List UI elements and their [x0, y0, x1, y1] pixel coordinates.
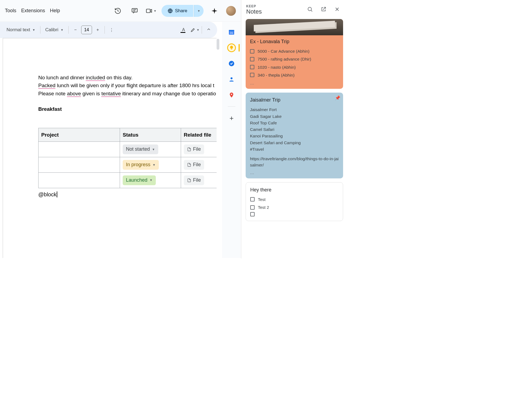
note-checklist-item[interactable]: 7500 - rafting advance (Dhir): [250, 56, 339, 62]
side-rail: 31 +: [222, 22, 241, 258]
comments-icon[interactable]: [129, 5, 141, 17]
table-row[interactable]: Launched ▼ File: [39, 172, 217, 188]
checkbox-icon[interactable]: [250, 49, 254, 53]
at-mention-text[interactable]: @block: [38, 190, 217, 199]
scrollbar-thumb[interactable]: [217, 39, 219, 50]
app-topbar: Tools Extensions Help ▼ Share ▼: [0, 0, 241, 22]
svg-line-13: [311, 10, 312, 11]
keep-header: KEEP Notes: [241, 0, 347, 17]
note-image-preview: [246, 19, 343, 35]
chevron-down-icon: ▼: [32, 28, 35, 31]
highlight-icon[interactable]: ▼: [190, 27, 199, 33]
account-avatar[interactable]: [225, 5, 237, 17]
checkbox-icon[interactable]: [250, 57, 254, 61]
separator: [104, 26, 105, 34]
share-dropdown[interactable]: ▼: [194, 5, 204, 17]
file-chip[interactable]: File: [184, 144, 204, 154]
font-family-label: Calibri: [45, 27, 58, 33]
table-row[interactable]: In progress ▼ File: [39, 157, 217, 173]
paragraph-style-label: Normal text: [7, 27, 30, 33]
calendar-app-icon[interactable]: 31: [227, 28, 236, 36]
th-project: Project: [39, 128, 120, 141]
meet-icon[interactable]: ▼: [145, 5, 157, 17]
more-format-icon[interactable]: ⋮: [107, 27, 116, 33]
text-color-icon[interactable]: A: [179, 27, 188, 32]
gemini-icon[interactable]: [208, 5, 220, 17]
checkbox-icon[interactable]: [250, 205, 255, 210]
keep-title: Notes: [246, 8, 302, 15]
separator: [40, 26, 40, 34]
heading-breakfast[interactable]: Breakfast: [38, 105, 217, 113]
table-row[interactable]: Not started ▼ File: [39, 142, 217, 157]
document-content[interactable]: No lunch and dinner included on this day…: [3, 38, 217, 199]
checkbox-icon[interactable]: [250, 212, 255, 216]
close-icon[interactable]: [332, 6, 343, 14]
separator: [68, 26, 69, 34]
font-size-increase[interactable]: +: [93, 27, 102, 32]
note-checklist-item[interactable]: 1020 - nasto (Abhin): [250, 64, 339, 70]
text-cursor: [57, 191, 57, 197]
note-checklist-item[interactable]: Test: [250, 196, 338, 203]
svg-text:31: 31: [230, 31, 233, 34]
chevron-down-icon: ▼: [61, 28, 64, 31]
font-family-select[interactable]: Calibri ▼: [43, 26, 66, 34]
keep-notes-list: Ex - Lonavala Trip 5000 - Car Advance (A…: [241, 17, 347, 223]
chevron-down-icon: ▼: [197, 28, 199, 31]
chevron-down-icon: ▼: [197, 9, 200, 12]
share-button[interactable]: Share: [162, 5, 193, 17]
keep-note-lonavala[interactable]: Ex - Lonavala Trip 5000 - Car Advance (A…: [246, 19, 343, 89]
paragraph[interactable]: No lunch and dinner included on this day…: [38, 74, 217, 81]
svg-marker-4: [150, 9, 151, 12]
th-status: Status: [120, 128, 181, 141]
note-link[interactable]: https://traveltriangle.com/blog/things-t…: [250, 156, 339, 168]
collapse-toolbar-icon[interactable]: [204, 27, 213, 33]
status-chip-inprogress[interactable]: In progress ▼: [123, 160, 159, 170]
note-checklist-item[interactable]: 340 - thepla (Abhin): [250, 72, 339, 78]
keep-side-panel: KEEP Notes Ex - Lonavala Trip 5000 - Car…: [241, 0, 347, 259]
chevron-down-icon: ▼: [154, 9, 157, 12]
svg-point-11: [231, 94, 232, 95]
chevron-down-icon: ▼: [152, 147, 155, 152]
share-label: Share: [175, 8, 187, 14]
search-icon[interactable]: [305, 6, 315, 14]
history-icon[interactable]: [112, 5, 124, 17]
formatting-toolbar: Normal text ▼ Calibri ▼ − + ⋮ A ▼: [0, 22, 217, 38]
font-size-decrease[interactable]: −: [71, 27, 80, 32]
document-canvas[interactable]: No lunch and dinner included on this day…: [3, 38, 217, 258]
th-files: Related file: [181, 128, 217, 141]
status-chip-notstarted[interactable]: Not started ▼: [123, 144, 158, 154]
keep-note-heythere[interactable]: Hey there Test Test 2: [246, 182, 343, 221]
checkbox-icon[interactable]: [250, 73, 254, 77]
chevron-down-icon: ▼: [153, 163, 156, 167]
font-size-input[interactable]: [81, 26, 92, 34]
tasks-app-icon[interactable]: [227, 59, 236, 68]
note-checklist-item[interactable]: [250, 212, 338, 216]
maps-app-icon[interactable]: [227, 91, 236, 99]
note-title: Ex - Lonavala Trip: [250, 38, 339, 45]
chevron-down-icon: ▼: [150, 178, 153, 182]
file-chip[interactable]: File: [184, 175, 204, 185]
note-checklist-item[interactable]: 5000 - Car Advance (Abhin): [250, 48, 339, 54]
paragraph[interactable]: Packed lunch will be given only if your …: [38, 81, 217, 89]
note-checklist-item[interactable]: Test 2: [250, 204, 338, 210]
open-external-icon[interactable]: [318, 6, 329, 14]
separator: [202, 26, 202, 34]
file-chip[interactable]: File: [184, 160, 204, 170]
contacts-app-icon[interactable]: [227, 75, 236, 84]
note-title: Jaisalmer Trip: [250, 96, 339, 104]
paragraph[interactable]: Please note above given is tentative iti…: [38, 90, 217, 97]
add-addon-icon[interactable]: +: [227, 114, 236, 122]
menu-tools[interactable]: Tools: [5, 8, 16, 14]
top-actions: ▼ Share ▼: [112, 5, 241, 17]
checkbox-icon[interactable]: [250, 197, 255, 201]
keep-note-jaisalmer[interactable]: 📌 Jaisalmer Trip Jaisalmer Fort Gadi Sag…: [246, 93, 343, 178]
pin-icon[interactable]: 📌: [335, 95, 340, 101]
paragraph-style-select[interactable]: Normal text ▼: [4, 26, 38, 34]
svg-point-10: [230, 77, 232, 79]
checkbox-icon[interactable]: [250, 65, 254, 69]
menu-help[interactable]: Help: [50, 8, 60, 14]
project-table[interactable]: Project Status Related file Not started …: [38, 128, 217, 188]
keep-app-icon[interactable]: [227, 43, 236, 52]
menu-extensions[interactable]: Extensions: [21, 8, 45, 14]
status-chip-launched[interactable]: Launched ▼: [123, 175, 156, 185]
